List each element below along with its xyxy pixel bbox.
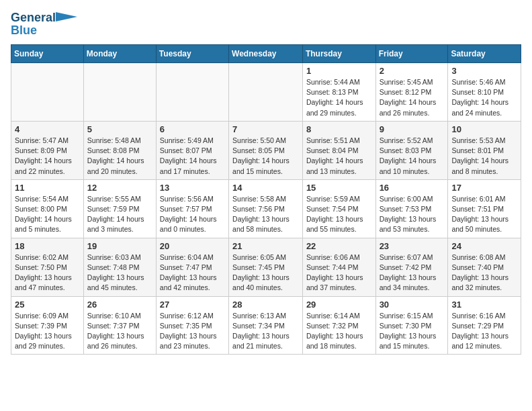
calendar-cell	[11, 63, 84, 122]
calendar-cell: 5Sunrise: 5:48 AMSunset: 8:08 PMDaylight…	[83, 121, 156, 179]
day-info: Sunrise: 5:50 AMSunset: 8:05 PMDaylight:…	[232, 136, 299, 177]
calendar-cell: 11Sunrise: 5:54 AMSunset: 8:00 PMDayligh…	[11, 179, 84, 238]
day-number: 7	[232, 124, 299, 134]
day-header-monday: Monday	[83, 45, 156, 63]
day-number: 22	[306, 241, 372, 251]
day-number: 13	[160, 183, 225, 193]
calendar-week-4: 18Sunrise: 6:02 AMSunset: 7:50 PMDayligh…	[11, 238, 521, 296]
day-number: 9	[380, 124, 445, 134]
calendar-cell	[83, 63, 156, 122]
day-info: Sunrise: 6:09 AMSunset: 7:39 PMDaylight:…	[15, 311, 80, 352]
calendar-cell: 27Sunrise: 6:12 AMSunset: 7:35 PMDayligh…	[156, 296, 228, 355]
day-info: Sunrise: 6:10 AMSunset: 7:37 PMDaylight:…	[87, 311, 152, 352]
day-info: Sunrise: 5:46 AMSunset: 8:10 PMDaylight:…	[451, 77, 517, 118]
day-info: Sunrise: 6:13 AMSunset: 7:34 PMDaylight:…	[232, 311, 299, 352]
calendar-body: 1Sunrise: 5:44 AMSunset: 8:13 PMDaylight…	[11, 63, 521, 355]
day-info: Sunrise: 5:55 AMSunset: 7:59 PMDaylight:…	[87, 194, 152, 235]
logo-blue-text: Blue	[11, 24, 37, 38]
calendar-cell: 10Sunrise: 5:53 AMSunset: 8:01 PMDayligh…	[448, 121, 521, 179]
day-info: Sunrise: 6:08 AMSunset: 7:40 PMDaylight:…	[451, 253, 517, 293]
calendar-cell: 21Sunrise: 6:05 AMSunset: 7:45 PMDayligh…	[229, 238, 303, 296]
day-info: Sunrise: 6:12 AMSunset: 7:35 PMDaylight:…	[160, 311, 225, 352]
calendar-cell	[156, 63, 228, 122]
calendar-cell: 7Sunrise: 5:50 AMSunset: 8:05 PMDaylight…	[229, 121, 303, 179]
day-number: 14	[232, 183, 299, 193]
day-number: 25	[15, 300, 80, 310]
day-info: Sunrise: 6:02 AMSunset: 7:50 PMDaylight:…	[15, 253, 80, 293]
day-info: Sunrise: 5:54 AMSunset: 8:00 PMDaylight:…	[15, 194, 80, 235]
day-number: 18	[15, 241, 80, 251]
day-info: Sunrise: 5:44 AMSunset: 8:13 PMDaylight:…	[306, 77, 372, 118]
day-number: 3	[451, 66, 517, 76]
day-info: Sunrise: 6:03 AMSunset: 7:48 PMDaylight:…	[87, 253, 152, 293]
day-info: Sunrise: 5:47 AMSunset: 8:09 PMDaylight:…	[15, 136, 80, 177]
day-number: 17	[451, 183, 517, 193]
calendar-cell: 9Sunrise: 5:52 AMSunset: 8:03 PMDaylight…	[375, 121, 448, 179]
day-header-tuesday: Tuesday	[156, 45, 228, 63]
calendar-cell: 22Sunrise: 6:06 AMSunset: 7:44 PMDayligh…	[302, 238, 375, 296]
logo: General Blue	[11, 11, 77, 38]
calendar-week-2: 4Sunrise: 5:47 AMSunset: 8:09 PMDaylight…	[11, 121, 521, 179]
day-info: Sunrise: 5:45 AMSunset: 8:12 PMDaylight:…	[380, 77, 445, 118]
calendar-cell: 18Sunrise: 6:02 AMSunset: 7:50 PMDayligh…	[11, 238, 84, 296]
day-number: 12	[87, 183, 152, 193]
svg-marker-0	[56, 12, 77, 21]
day-info: Sunrise: 6:16 AMSunset: 7:29 PMDaylight:…	[451, 311, 517, 352]
calendar-cell: 17Sunrise: 6:01 AMSunset: 7:51 PMDayligh…	[448, 179, 521, 238]
logo-text: General	[11, 11, 77, 25]
day-number: 31	[451, 300, 517, 310]
calendar-cell: 20Sunrise: 6:04 AMSunset: 7:47 PMDayligh…	[156, 238, 228, 296]
day-number: 15	[306, 183, 372, 193]
day-number: 27	[160, 300, 225, 310]
day-number: 11	[15, 183, 80, 193]
calendar-table: SundayMondayTuesdayWednesdayThursdayFrid…	[11, 44, 521, 355]
day-header-thursday: Thursday	[302, 45, 375, 63]
calendar-cell: 24Sunrise: 6:08 AMSunset: 7:40 PMDayligh…	[448, 238, 521, 296]
day-info: Sunrise: 5:56 AMSunset: 7:57 PMDaylight:…	[160, 194, 225, 235]
day-info: Sunrise: 6:06 AMSunset: 7:44 PMDaylight:…	[306, 253, 372, 293]
calendar-week-1: 1Sunrise: 5:44 AMSunset: 8:13 PMDaylight…	[11, 63, 521, 122]
day-number: 21	[232, 241, 299, 251]
calendar-cell: 1Sunrise: 5:44 AMSunset: 8:13 PMDaylight…	[302, 63, 375, 122]
calendar-cell: 23Sunrise: 6:07 AMSunset: 7:42 PMDayligh…	[375, 238, 448, 296]
page-header: General Blue	[11, 11, 521, 38]
calendar-cell: 8Sunrise: 5:51 AMSunset: 8:04 PMDaylight…	[302, 121, 375, 179]
day-number: 1	[306, 66, 372, 76]
calendar-cell: 4Sunrise: 5:47 AMSunset: 8:09 PMDaylight…	[11, 121, 84, 179]
day-info: Sunrise: 6:07 AMSunset: 7:42 PMDaylight:…	[380, 253, 445, 293]
calendar-cell: 26Sunrise: 6:10 AMSunset: 7:37 PMDayligh…	[83, 296, 156, 355]
day-info: Sunrise: 5:48 AMSunset: 8:08 PMDaylight:…	[87, 136, 152, 177]
day-info: Sunrise: 5:51 AMSunset: 8:04 PMDaylight:…	[306, 136, 372, 177]
calendar-cell: 28Sunrise: 6:13 AMSunset: 7:34 PMDayligh…	[229, 296, 303, 355]
day-info: Sunrise: 6:05 AMSunset: 7:45 PMDaylight:…	[232, 253, 299, 293]
calendar-cell: 12Sunrise: 5:55 AMSunset: 7:59 PMDayligh…	[83, 179, 156, 238]
day-number: 29	[306, 300, 372, 310]
calendar-week-5: 25Sunrise: 6:09 AMSunset: 7:39 PMDayligh…	[11, 296, 521, 355]
day-info: Sunrise: 6:04 AMSunset: 7:47 PMDaylight:…	[160, 253, 225, 293]
day-info: Sunrise: 6:14 AMSunset: 7:32 PMDaylight:…	[306, 311, 372, 352]
calendar-cell: 29Sunrise: 6:14 AMSunset: 7:32 PMDayligh…	[302, 296, 375, 355]
day-info: Sunrise: 5:58 AMSunset: 7:56 PMDaylight:…	[232, 194, 299, 235]
day-number: 5	[87, 124, 152, 134]
day-header-saturday: Saturday	[448, 45, 521, 63]
day-info: Sunrise: 5:52 AMSunset: 8:03 PMDaylight:…	[380, 136, 445, 177]
calendar-cell: 15Sunrise: 5:59 AMSunset: 7:54 PMDayligh…	[302, 179, 375, 238]
calendar-cell: 14Sunrise: 5:58 AMSunset: 7:56 PMDayligh…	[229, 179, 303, 238]
day-info: Sunrise: 5:49 AMSunset: 8:07 PMDaylight:…	[160, 136, 225, 177]
day-info: Sunrise: 6:01 AMSunset: 7:51 PMDaylight:…	[451, 194, 517, 235]
day-info: Sunrise: 5:59 AMSunset: 7:54 PMDaylight:…	[306, 194, 372, 235]
calendar-cell: 25Sunrise: 6:09 AMSunset: 7:39 PMDayligh…	[11, 296, 84, 355]
day-number: 30	[380, 300, 445, 310]
day-number: 10	[451, 124, 517, 134]
day-number: 16	[380, 183, 445, 193]
day-number: 19	[87, 241, 152, 251]
calendar-cell: 31Sunrise: 6:16 AMSunset: 7:29 PMDayligh…	[448, 296, 521, 355]
day-header-wednesday: Wednesday	[229, 45, 303, 63]
day-header-sunday: Sunday	[11, 45, 84, 63]
day-number: 6	[160, 124, 225, 134]
calendar-week-3: 11Sunrise: 5:54 AMSunset: 8:00 PMDayligh…	[11, 179, 521, 238]
day-header-friday: Friday	[375, 45, 448, 63]
calendar-cell: 2Sunrise: 5:45 AMSunset: 8:12 PMDaylight…	[375, 63, 448, 122]
calendar-header-row: SundayMondayTuesdayWednesdayThursdayFrid…	[11, 45, 521, 63]
day-info: Sunrise: 5:53 AMSunset: 8:01 PMDaylight:…	[451, 136, 517, 177]
